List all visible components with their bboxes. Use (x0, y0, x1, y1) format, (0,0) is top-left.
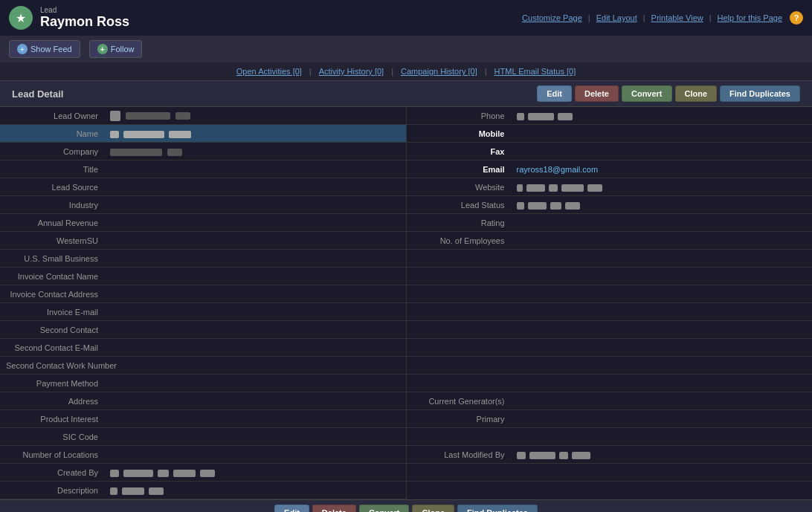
find-duplicates-button-top[interactable]: Find Duplicates (720, 85, 800, 102)
second-contact-label: Second Contact (0, 323, 104, 337)
logo-icon: ★ (16, 11, 26, 25)
website-label: Website (407, 181, 511, 194)
email-value[interactable]: rayross18@gmail.com (511, 163, 813, 176)
created-by-label: Created By (0, 466, 104, 479)
num-employees-label: No. of Employees (407, 234, 511, 247)
field-row-empty-4 (407, 303, 813, 321)
description-value (104, 483, 406, 496)
find-duplicates-button-bottom[interactable]: Find Duplicates (457, 505, 538, 512)
app-logo: ★ (9, 6, 33, 30)
page-header: ★ Lead Raymon Ross Customize Page | Edit… (0, 0, 812, 36)
field-row-primary: Primary (407, 410, 813, 428)
primary-label: Primary (407, 412, 511, 426)
product-interest-label: Product Interest (0, 412, 104, 426)
email-label: Email (407, 163, 511, 176)
clone-button-top[interactable]: Clone (675, 85, 718, 102)
title-label: Title (0, 163, 104, 176)
edit-button-bottom[interactable]: Edit (274, 505, 309, 512)
industry-value (104, 203, 406, 207)
annual-revenue-value (104, 221, 406, 225)
sic-code-label: SIC Code (0, 430, 104, 444)
field-row-invoice-email: Invoice E-mail (0, 303, 406, 321)
phone-value (511, 108, 813, 122)
help-icon[interactable]: ? (790, 11, 803, 25)
rating-value (511, 221, 813, 225)
record-name: Raymon Ross (40, 14, 129, 30)
customize-page-link[interactable]: Customize Page (522, 13, 582, 22)
last-modified-label: Last Modified By (407, 448, 511, 461)
help-link[interactable]: Help for this Page (718, 13, 782, 22)
edit-button-top[interactable]: Edit (537, 85, 572, 102)
field-row-invoice-contact-address: Invoice Contact Address (0, 285, 406, 303)
us-small-business-value (104, 256, 406, 261)
sub-nav-html-email-status[interactable]: HTML Email Status [0] (490, 65, 581, 77)
num-employees-value (511, 239, 813, 243)
field-row-empty-7 (407, 357, 813, 375)
sub-nav-activity-history[interactable]: Activity History [0] (315, 65, 388, 77)
action-buttons-bottom: Edit Delete Convert Clone Find Duplicate… (0, 499, 812, 512)
payment-method-value (104, 381, 406, 386)
phone-label: Phone (407, 109, 511, 123)
field-row-mobile: Mobile (407, 125, 813, 143)
westernsu-label: WesternSU (0, 234, 104, 247)
sub-nav-inner: Open Activities [0] | Activity History [… (232, 65, 580, 77)
title-value (104, 167, 406, 172)
fields-left-column: Lead Owner Name Company (0, 107, 407, 499)
section-header: Lead Detail Edit Delete Convert Clone Fi… (0, 81, 812, 107)
primary-value (511, 417, 813, 421)
convert-button-top[interactable]: Convert (622, 85, 672, 102)
website-value (511, 180, 813, 193)
second-contact-work-label: Second Contact Work Number (0, 359, 123, 372)
field-row-second-contact-email: Second Contact E-Mail (0, 339, 406, 357)
company-value (104, 144, 406, 158)
field-row-empty-3 (407, 285, 813, 303)
address-label: Address (0, 395, 104, 408)
industry-label: Industry (0, 198, 104, 212)
num-locations-label: Number of Locations (0, 448, 104, 461)
field-row-fax: Fax (407, 143, 813, 161)
field-row-annual-revenue: Annual Revenue (0, 214, 406, 232)
fax-value (511, 149, 813, 154)
field-row-westernsu: WesternSU (0, 232, 406, 250)
rating-label: Rating (407, 216, 511, 230)
lead-owner-label: Lead Owner (0, 109, 104, 123)
delete-button-top[interactable]: Delete (575, 85, 619, 102)
field-row-num-locations: Number of Locations (0, 446, 406, 464)
field-row-num-employees: No. of Employees (407, 232, 813, 250)
last-modified-value (511, 447, 813, 461)
invoice-contact-address-value (104, 292, 406, 296)
invoice-contact-name-label: Invoice Contact Name (0, 270, 104, 283)
second-contact-work-value (123, 363, 406, 368)
address-value (104, 399, 406, 404)
field-row-last-modified: Last Modified By (407, 446, 813, 464)
field-row-empty-1 (407, 250, 813, 268)
name-value (104, 126, 406, 140)
field-row-empty-10 (407, 464, 813, 482)
delete-button-bottom[interactable]: Delete (312, 505, 356, 512)
sub-nav: Open Activities [0] | Activity History [… (0, 62, 812, 81)
fax-label: Fax (407, 145, 511, 158)
field-row-empty-5 (407, 321, 813, 339)
field-row-description: Description (0, 482, 406, 499)
field-row-sic-code: SIC Code (0, 428, 406, 446)
show-feed-button[interactable]: + Show Feed (9, 40, 80, 58)
current-generators-label: Current Generator(s) (407, 395, 511, 408)
field-row-empty-8 (407, 375, 813, 392)
printable-view-link[interactable]: Printable View (651, 13, 703, 22)
field-row-title: Title (0, 161, 406, 178)
sub-nav-campaign-history[interactable]: Campaign History [0] (396, 65, 482, 77)
field-row-current-generators: Current Generator(s) (407, 392, 813, 410)
clone-button-bottom[interactable]: Clone (412, 505, 454, 512)
follow-button[interactable]: + Follow (89, 40, 143, 58)
convert-button-bottom[interactable]: Convert (359, 505, 410, 512)
edit-layout-link[interactable]: Edit Layout (596, 13, 637, 22)
invoice-email-label: Invoice E-mail (0, 305, 104, 319)
num-locations-value (104, 453, 406, 457)
field-row-lead-owner: Lead Owner (0, 107, 406, 125)
sub-nav-open-activities[interactable]: Open Activities [0] (232, 65, 306, 77)
description-label: Description (0, 484, 104, 497)
feed-icon: + (17, 44, 28, 54)
product-interest-value (104, 417, 406, 421)
second-contact-email-label: Second Contact E-Mail (0, 341, 104, 354)
header-right: Customize Page | Edit Layout | Printable… (522, 11, 803, 25)
